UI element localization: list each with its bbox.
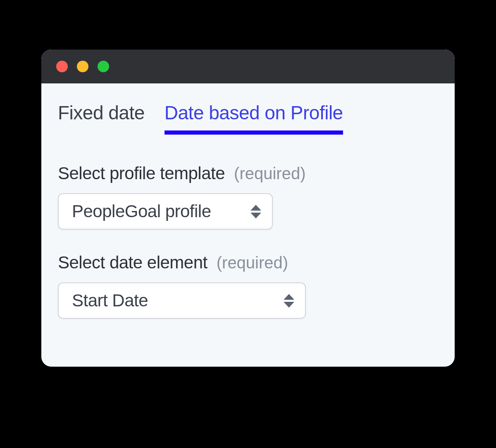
field-date-element: Select date element (required) Start Dat…: [58, 253, 438, 319]
settings-window: Fixed date Date based on Profile Select …: [41, 50, 455, 367]
window-content: Fixed date Date based on Profile Select …: [41, 83, 455, 367]
close-icon[interactable]: [56, 61, 68, 72]
maximize-icon[interactable]: [98, 61, 109, 72]
chevron-sort-icon: [284, 294, 294, 308]
required-text: (required): [217, 254, 288, 272]
tab-date-based-on-profile[interactable]: Date based on Profile: [165, 102, 343, 135]
profile-template-value: PeopleGoal profile: [72, 201, 211, 221]
window-titlebar: [41, 50, 455, 83]
tab-fixed-date[interactable]: Fixed date: [58, 102, 145, 135]
profile-template-select[interactable]: PeopleGoal profile: [58, 193, 273, 230]
date-element-label: Select date element: [58, 253, 207, 273]
field-label-row: Select profile template (required): [58, 164, 438, 183]
field-profile-template: Select profile template (required) Peopl…: [58, 164, 438, 230]
chevron-sort-icon: [250, 205, 261, 218]
required-text: (required): [234, 164, 305, 183]
field-label-row: Select date element (required): [58, 253, 438, 273]
tabs: Fixed date Date based on Profile: [58, 102, 438, 135]
profile-template-label: Select profile template: [58, 164, 225, 183]
minimize-icon[interactable]: [77, 61, 88, 72]
date-element-value: Start Date: [72, 291, 148, 311]
date-element-select[interactable]: Start Date: [58, 282, 306, 319]
